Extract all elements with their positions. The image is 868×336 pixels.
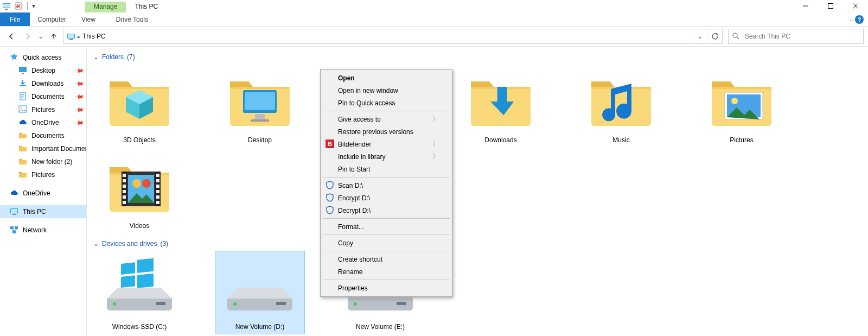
chevron-down-icon: ⌄ (93, 240, 99, 248)
drive-tools-tab[interactable]: Drive Tools (108, 12, 156, 26)
svg-point-58 (113, 302, 116, 306)
menu-item-scan-d-[interactable]: Scan D:\ (322, 179, 451, 192)
sidebar-item-desktop[interactable]: Desktop 📌 (0, 64, 86, 77)
menu-label: Bitdefender (338, 141, 371, 148)
menu-item-properties[interactable]: Properties (322, 282, 451, 294)
sidebar-item-documents[interactable]: Documents 📌 (0, 90, 86, 103)
refresh-button[interactable] (707, 29, 722, 43)
folder-tile-3d[interactable]: 3D Objects (94, 64, 184, 148)
svg-rect-19 (15, 226, 18, 229)
sidebar-item-new-folder-2-[interactable]: New folder (2) (0, 155, 86, 168)
up-button[interactable] (47, 29, 61, 43)
folder-tile-videos[interactable]: Videos (94, 150, 184, 233)
drive-tile[interactable]: New Volume (D:) (215, 251, 305, 334)
thispc-icon (2, 2, 11, 10)
menu-label: Give access to (338, 116, 381, 123)
ribbon-expand-icon[interactable]: ⌵ (850, 16, 853, 22)
properties-icon[interactable] (14, 2, 23, 10)
submenu-arrow-icon: 〉 (432, 115, 439, 124)
sidebar-item-thispc[interactable]: This PC (0, 205, 86, 218)
menu-item-copy[interactable]: Copy (322, 237, 451, 249)
group-drives-header[interactable]: ⌄ Devices and drives (3) (92, 238, 868, 251)
svg-rect-6 (68, 34, 74, 38)
menu-item-encrypt-d-[interactable]: Encrypt D:\ (322, 192, 451, 204)
sidebar-item-downloads[interactable]: Downloads 📌 (0, 77, 86, 90)
network-icon (10, 225, 18, 236)
svg-rect-46 (156, 190, 159, 193)
menu-item-include-in-library[interactable]: Include in library〉 (322, 150, 451, 163)
svg-rect-40 (156, 174, 159, 177)
folder-icon (18, 170, 27, 180)
tile-label: Pictures (730, 133, 753, 144)
label: Downloads (31, 80, 63, 87)
menu-item-decrypt-d-[interactable]: Decrypt D:\ (322, 204, 451, 217)
help-icon[interactable]: ? (855, 15, 864, 24)
folder-tile-music[interactable]: Music (576, 64, 666, 148)
svg-point-52 (132, 179, 141, 188)
menu-item-give-access-to[interactable]: Give access to〉 (322, 113, 451, 125)
group-count: (7) (127, 53, 135, 61)
folder-tile-desktop[interactable]: Desktop (215, 64, 305, 148)
menu-item-format-[interactable]: Format... (322, 220, 451, 233)
sidebar-item-important-documents[interactable]: Important Documents (0, 142, 86, 155)
maximize-button[interactable] (818, 0, 843, 12)
recent-locations-button[interactable]: ⌄ (37, 29, 44, 43)
menu-label: Decrypt D:\ (338, 207, 371, 214)
tile-label: New Volume (D:) (235, 320, 285, 331)
menu-item-restore-previous-versions[interactable]: Restore previous versions (322, 125, 451, 138)
folder-tile-pictures[interactable]: Pictures (697, 64, 787, 148)
sidebar-item-onedrive-pinned[interactable]: OneDrive 📌 (0, 116, 86, 129)
view-tab[interactable]: View (74, 12, 103, 26)
sidebar-item-pictures[interactable]: Pictures (0, 168, 86, 181)
drive-tile[interactable]: Windows-SSD (C:) (94, 251, 184, 334)
label: Documents (31, 93, 65, 100)
sidebar-item-quick-access[interactable]: Quick access (0, 51, 86, 64)
forward-button[interactable] (21, 29, 35, 43)
svg-rect-56 (121, 275, 135, 288)
back-button[interactable] (4, 29, 18, 43)
tile-label: Windows-SSD (C:) (112, 320, 167, 331)
svg-rect-59 (156, 302, 165, 305)
search-input[interactable] (744, 32, 860, 41)
menu-separator (323, 111, 450, 111)
address-text[interactable]: This PC (80, 33, 108, 40)
group-folders-header[interactable]: ⌄ Folders (7) (92, 51, 868, 64)
address-bar[interactable]: ▸ This PC ⌄ (63, 29, 723, 44)
monitor-icon (18, 66, 27, 76)
chevron-down-icon[interactable]: ▾ (32, 2, 35, 10)
menu-label: Copy (338, 239, 353, 247)
nav-bar: ⌄ ▸ This PC ⌄ (0, 27, 868, 47)
svg-rect-11 (20, 85, 26, 86)
menu-item-pin-to-quick-access[interactable]: Pin to Quick access (322, 97, 451, 109)
menu-item-open-in-new-window[interactable]: Open in new window (322, 84, 451, 97)
search-box[interactable] (728, 29, 864, 44)
menu-item-bitdefender[interactable]: BBitdefender〉 (322, 138, 451, 150)
thispc-icon (63, 32, 78, 41)
title-bar: ▾ Manage This PC (0, 0, 868, 12)
pin-icon: 📌 (74, 65, 84, 75)
close-button[interactable] (843, 0, 868, 12)
drive-icon (222, 255, 298, 320)
menu-label: Rename (338, 268, 362, 276)
menu-label: Pin to Quick access (338, 99, 395, 107)
sidebar-item-network[interactable]: Network (0, 224, 86, 237)
file-tab[interactable]: File (0, 12, 30, 26)
folder-tile-downloads[interactable]: Downloads (456, 64, 546, 148)
menu-label: Create shortcut (338, 256, 382, 263)
svg-rect-42 (156, 179, 159, 182)
svg-rect-25 (245, 92, 275, 110)
sidebar-item-onedrive[interactable]: OneDrive (0, 187, 86, 200)
menu-item-rename[interactable]: Rename (322, 265, 451, 278)
tile-label: Videos (130, 219, 149, 230)
computer-tab[interactable]: Computer (30, 12, 74, 26)
address-dropdown-button[interactable]: ⌄ (692, 29, 707, 43)
sidebar-item-pictures[interactable]: Pictures 📌 (0, 103, 86, 116)
menu-item-create-shortcut[interactable]: Create shortcut (322, 253, 451, 265)
minimize-button[interactable] (793, 0, 818, 12)
menu-item-open[interactable]: Open (322, 72, 451, 84)
menu-item-pin-to-start[interactable]: Pin to Start (322, 163, 451, 175)
sidebar-item-documents[interactable]: Documents (0, 129, 86, 142)
svg-rect-45 (123, 190, 126, 193)
submenu-arrow-icon: 〉 (432, 152, 439, 161)
pin-icon: 📌 (74, 104, 84, 115)
